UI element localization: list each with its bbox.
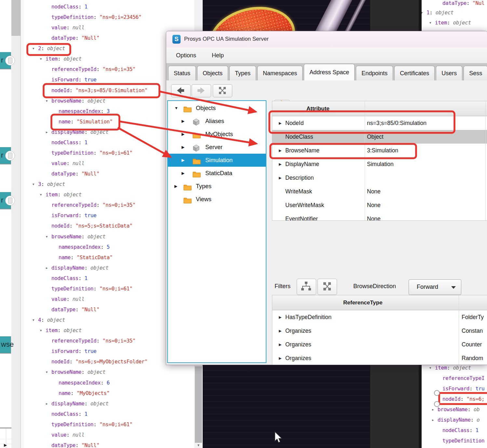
json-line[interactable]: ▼browseName: object [51, 96, 105, 106]
json-line[interactable]: ▼1: object [426, 7, 453, 18]
json-line[interactable]: value: null [51, 294, 85, 304]
flow-node[interactable]: r [0, 192, 11, 209]
json-line[interactable]: ▶displayName: object [51, 399, 108, 409]
tab-types[interactable]: Types [229, 66, 256, 80]
json-line[interactable]: nodeId: "ns=5;s=StaticData" [51, 221, 132, 231]
attribute-row-description[interactable]: ▶Description [272, 171, 487, 185]
json-line[interactable]: ▶browseName: ob [438, 404, 480, 415]
tree-item-views[interactable]: Views [168, 193, 266, 206]
json-line[interactable]: nodeId: "ns=3;s=85/0:Simulation" [51, 85, 147, 96]
window-titlebar[interactable]: S Prosys OPC UA Simulation Server [166, 31, 487, 48]
json-line[interactable]: nodeClass: 1 [51, 273, 88, 284]
tab-users[interactable]: Users [436, 66, 462, 80]
back-button[interactable] [171, 84, 191, 97]
reference-row-0[interactable]: ▶HasTypeDefinitionFolderTy [272, 310, 487, 324]
attribute-row-nodeclass[interactable]: NodeClassObject [272, 130, 487, 144]
json-line[interactable]: value: null [51, 158, 85, 169]
json-line[interactable]: isForward: tru [442, 384, 484, 394]
json-line[interactable]: isForward: true [51, 346, 97, 357]
expand-view-button[interactable] [213, 84, 232, 97]
attribute-row-displayname[interactable]: ▶DisplayNameSimulation [272, 157, 487, 171]
json-line[interactable]: referenceTypeId: "ns=0;i=35" [51, 64, 136, 75]
json-line[interactable]: ▶displayName: object [51, 127, 108, 137]
tab-sess[interactable]: Sess [464, 66, 487, 80]
json-line[interactable]: ▼item: object [46, 325, 82, 336]
json-line[interactable]: namespaceIndex: 3 [59, 106, 110, 117]
json-line[interactable]: referenceTypeId: "ns=0;i=35" [51, 200, 136, 210]
node-port[interactable] [5, 56, 15, 65]
json-line[interactable]: ▼3: object [38, 179, 65, 189]
attribute-row-eventnotifier[interactable]: EventNotifierNone [272, 212, 487, 221]
json-line[interactable]: dataType: "Null" [51, 33, 100, 43]
json-line[interactable]: dataType: "Null" [51, 440, 100, 448]
tab-certificates[interactable]: Certificates [394, 66, 435, 80]
flow-node[interactable]: wse [0, 336, 11, 354]
tree-item-staticdata[interactable]: ▶StaticData [168, 167, 266, 180]
tab-objects[interactable]: Objects [197, 66, 228, 80]
json-line[interactable]: nodeClass: 1 [51, 409, 88, 419]
json-line[interactable]: name: "MyObjects" [59, 388, 110, 399]
json-line[interactable]: namespaceIndex: 6 [59, 378, 110, 388]
json-line[interactable]: typeDefinition: "ns=0;i=23456" [51, 12, 142, 22]
graph-filter-button[interactable] [318, 279, 337, 295]
row-expand-caret[interactable]: ▶ [4, 443, 7, 447]
json-line[interactable]: typeDefinition: "ns=0;i=61" [51, 148, 132, 158]
flow-editor-scrollbar[interactable] [11, 0, 20, 448]
json-line[interactable]: ▼browseName: object [51, 367, 105, 377]
tree-item-server[interactable]: ▶Server [168, 141, 266, 154]
json-line[interactable]: ▶displayName: object [51, 263, 108, 273]
json-line[interactable]: nodeId: "ns=6;s=MyObjectsFolder" [51, 357, 147, 367]
json-line[interactable]: nodeClass: 1 [442, 425, 479, 436]
tab-status[interactable]: Status [168, 66, 196, 80]
reference-row-1[interactable]: ▶OrganizesConstan [272, 324, 487, 338]
attribute-row-browsename[interactable]: ▶BrowseName3:Simulation [272, 144, 487, 157]
json-line[interactable]: referenceTypeI [442, 373, 484, 384]
json-line[interactable]: name: "StaticData" [59, 252, 113, 263]
scrollbar-thumb[interactable] [195, 366, 202, 443]
tree-item-aliases[interactable]: ▶Aliases [168, 115, 266, 128]
tree-item-simulation[interactable]: ▶Simulation [168, 154, 266, 167]
reference-table-header[interactable]: ReferenceType [272, 295, 487, 310]
json-line[interactable]: ▼4: object [38, 315, 65, 325]
json-line[interactable]: dataType: "Null" [51, 304, 100, 315]
node-port[interactable] [5, 196, 15, 205]
tab-namespaces[interactable]: Namespaces [257, 66, 303, 80]
json-line[interactable]: ▼item: object [46, 189, 82, 200]
tree-item-myobjects[interactable]: ▶MyObjects [168, 128, 266, 141]
attribute-row-writemask[interactable]: WriteMaskNone [272, 185, 487, 198]
json-line[interactable]: dataType: "Null" [51, 169, 100, 179]
attribute-table-header[interactable]: Attribute [272, 101, 487, 116]
scrollbar-down-button[interactable]: ▼ [195, 443, 202, 448]
attribute-row-nodeid[interactable]: ▶NodeIdns=3;s=85/0:Simulation [272, 116, 487, 130]
menu-help[interactable]: Help [208, 48, 228, 63]
json-line[interactable]: ▶displayName: o [438, 415, 480, 425]
json-line[interactable]: nodeClass: 1 [51, 2, 88, 12]
flow-node[interactable]: r [0, 147, 11, 164]
tab-endpoints[interactable]: Endpoints [356, 66, 393, 80]
json-line[interactable]: ▼2: object [38, 43, 65, 54]
json-line[interactable]: typeDefinition: "ns=0;i=61" [51, 284, 132, 294]
json-line[interactable]: namespaceIndex: 5 [59, 242, 110, 252]
json-line[interactable]: nodeId: "ns=6; [442, 394, 484, 404]
json-line[interactable]: referenceTypeId: "ns=0;i=35" [51, 336, 136, 346]
json-line[interactable]: typeDefinition [442, 436, 484, 446]
json-line[interactable]: value: null [51, 430, 85, 440]
attribute-row-userwritemask[interactable]: UserWriteMaskNone [272, 198, 487, 212]
forward-button[interactable] [192, 84, 211, 97]
tree-item-objects[interactable]: ▼Objects [168, 102, 266, 115]
json-line[interactable]: ▼item: object [46, 54, 82, 64]
tab-address-space[interactable]: Address Space [304, 64, 355, 80]
json-line[interactable]: name: "Simulation" [59, 117, 113, 127]
reference-row-2[interactable]: ▶OrganizesCounter [272, 338, 487, 351]
flow-node[interactable]: r [0, 52, 11, 69]
tree-item-types[interactable]: ▶Types [168, 180, 266, 193]
json-line[interactable]: isForward: true [51, 75, 97, 85]
json-line[interactable]: value: null [51, 22, 85, 33]
hierarchy-filter-button[interactable] [297, 279, 316, 295]
browse-direction-dropdown[interactable]: Forward [409, 279, 461, 295]
node-port[interactable] [5, 151, 15, 161]
json-line[interactable]: ▼item: object [435, 18, 471, 28]
reference-row-3[interactable]: ▶OrganizesRandom [272, 351, 487, 365]
json-line[interactable]: isForward: true [51, 210, 97, 221]
scrollbar-thumb[interactable] [11, 0, 20, 36]
